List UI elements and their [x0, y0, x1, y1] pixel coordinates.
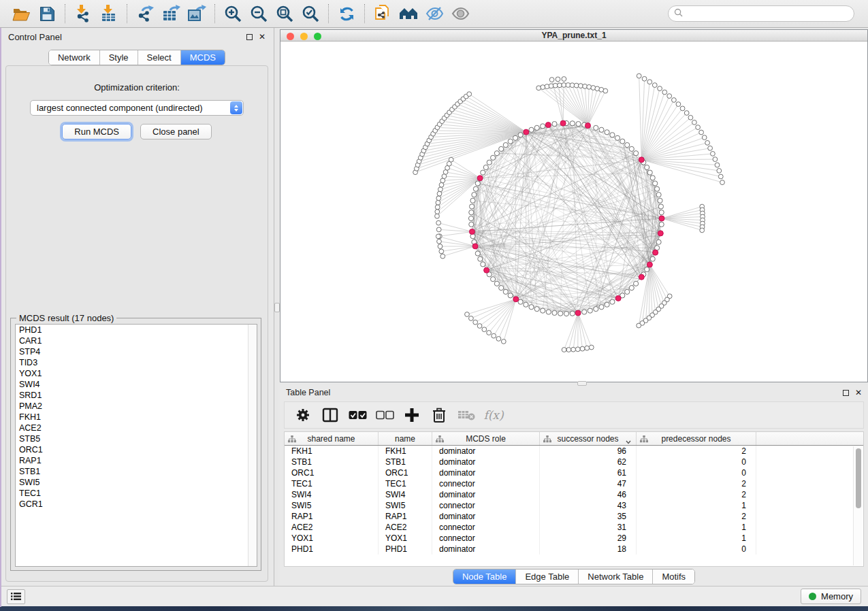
table-row[interactable]: RAP1RAP1dominator352 [285, 511, 863, 522]
network-node[interactable] [481, 262, 485, 267]
network-node[interactable] [469, 316, 474, 321]
network-node[interactable] [549, 78, 554, 82]
maximize-window-icon[interactable] [314, 33, 321, 40]
network-node[interactable] [692, 120, 697, 125]
mcds-result-item[interactable]: STB1 [16, 466, 257, 477]
network-node[interactable] [625, 289, 630, 294]
search-input[interactable] [686, 9, 848, 18]
network-node[interactable] [467, 92, 472, 97]
network-node[interactable] [571, 347, 576, 352]
table-cell[interactable]: YOX1 [285, 533, 379, 544]
network-node[interactable] [468, 216, 473, 220]
network-node[interactable] [475, 251, 480, 256]
table-row[interactable]: PHD1PHD1dominator180 [285, 544, 863, 555]
import-network-icon[interactable] [70, 3, 96, 24]
network-node[interactable] [700, 228, 705, 233]
tab-network[interactable]: Network [49, 50, 99, 65]
select-all-icon[interactable] [347, 405, 368, 425]
table-cell[interactable]: 61 [540, 467, 637, 478]
selected-network-node[interactable] [659, 216, 664, 221]
network-node[interactable] [435, 214, 440, 218]
network-node[interactable] [518, 133, 523, 137]
table-cell[interactable]: 62 [540, 457, 637, 467]
table-cell[interactable]: 0 [637, 457, 756, 467]
zoom-fit-icon[interactable] [272, 3, 298, 24]
table-cell[interactable]: STB1 [379, 457, 432, 467]
network-node[interactable] [436, 220, 441, 225]
table-cell[interactable]: 29 [540, 533, 637, 544]
mcds-result-item[interactable]: TEC1 [16, 488, 257, 499]
network-node[interactable] [552, 310, 557, 315]
split-panel-icon[interactable] [320, 405, 340, 425]
zoom-in-icon[interactable] [220, 3, 246, 24]
selected-network-node[interactable] [484, 267, 489, 273]
chevron-down-icon[interactable] [626, 437, 631, 446]
network-node[interactable] [499, 146, 504, 151]
network-node[interactable] [508, 293, 513, 298]
network-node[interactable] [575, 347, 580, 352]
mcds-list-scrollbar[interactable] [248, 325, 257, 566]
network-node[interactable] [620, 139, 625, 144]
network-node[interactable] [582, 310, 587, 314]
table-cell[interactable]: 0 [637, 467, 756, 478]
network-node[interactable] [688, 115, 693, 120]
table-cell[interactable]: 43 [540, 500, 637, 511]
new-network-from-selection-icon[interactable] [370, 3, 396, 24]
tab-network-table[interactable]: Network Table [578, 569, 652, 584]
network-node[interactable] [637, 323, 641, 328]
network-node[interactable] [705, 141, 710, 146]
network-node[interactable] [513, 135, 517, 140]
network-node[interactable] [564, 311, 568, 316]
search-box[interactable] [668, 5, 854, 22]
table-cell[interactable]: ACE2 [285, 522, 379, 533]
table-cell[interactable]: connector [432, 500, 540, 511]
mcds-result-item[interactable]: PMA2 [16, 401, 257, 412]
network-node[interactable] [534, 125, 539, 130]
optimization-criterion-select[interactable]: largest connected component (undirected) [30, 100, 244, 116]
network-node[interactable] [594, 307, 598, 312]
network-node[interactable] [587, 84, 592, 89]
network-node[interactable] [713, 157, 718, 162]
table-cell[interactable]: TEC1 [379, 478, 432, 489]
network-node[interactable] [637, 73, 641, 78]
network-node[interactable] [647, 170, 652, 175]
network-node[interactable] [534, 307, 539, 312]
scrollbar-thumb[interactable] [856, 448, 861, 508]
mcds-result-item[interactable]: ACE2 [16, 423, 257, 433]
import-table-icon[interactable] [96, 3, 122, 24]
table-cell[interactable]: RAP1 [379, 511, 432, 522]
table-cell[interactable]: 96 [540, 446, 637, 457]
mcds-result-item[interactable]: SWI4 [16, 379, 257, 390]
table-cell[interactable]: RAP1 [285, 511, 379, 522]
network-node[interactable] [492, 333, 496, 338]
network-node[interactable] [603, 88, 608, 93]
network-node[interactable] [645, 267, 649, 271]
network-node[interactable] [491, 155, 496, 160]
network-node[interactable] [481, 170, 485, 175]
network-node[interactable] [642, 76, 647, 81]
table-cell[interactable]: 35 [540, 511, 637, 522]
export-table-icon[interactable] [158, 3, 184, 24]
tab-edge-table[interactable]: Edge Table [515, 569, 578, 584]
mcds-result-item[interactable]: TID3 [16, 357, 257, 368]
network-node[interactable] [556, 77, 560, 82]
save-session-icon[interactable] [34, 3, 60, 24]
table-cell[interactable]: 18 [540, 544, 637, 555]
table-row[interactable]: SWI5SWI5connector431 [285, 500, 863, 511]
network-node[interactable] [536, 86, 541, 90]
network-node[interactable] [437, 191, 442, 196]
network-node[interactable] [529, 127, 534, 132]
network-node[interactable] [524, 302, 528, 307]
network-node[interactable] [579, 84, 583, 88]
network-node[interactable] [562, 348, 566, 352]
network-node[interactable] [508, 139, 513, 144]
column-header-predecessor-nodes[interactable]: predecessor nodes [637, 432, 756, 445]
table-cell[interactable]: 2 [637, 511, 756, 522]
selected-network-node[interactable] [639, 157, 644, 163]
network-node[interactable] [659, 210, 664, 215]
selected-network-node[interactable] [653, 250, 658, 255]
table-cell[interactable]: connector [432, 533, 540, 544]
network-node[interactable] [491, 277, 496, 282]
mcds-result-item[interactable]: RAP1 [16, 455, 257, 466]
column-header-shared-name[interactable]: shared name [285, 432, 379, 445]
